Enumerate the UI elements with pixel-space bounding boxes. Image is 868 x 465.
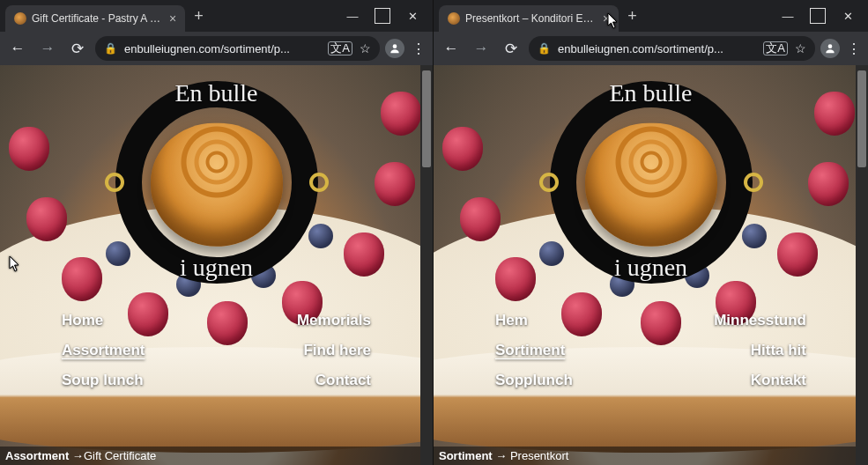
translate-icon[interactable]: 文A — [328, 41, 352, 55]
raspberry-icon — [26, 197, 67, 241]
maximize-icon[interactable] — [375, 8, 390, 24]
scrollbar-thumb[interactable] — [422, 70, 431, 167]
back-button[interactable]: ← — [5, 40, 30, 57]
nav-home[interactable]: Hem — [486, 312, 651, 329]
url-text: enbulleiugnen.com/sortiment/p... — [124, 42, 321, 55]
logo-text-top: En bulle — [115, 79, 318, 107]
raspberry-icon — [814, 92, 855, 136]
titlebar: Gift Certificate - Pastry A bun in t × +… — [0, 0, 433, 32]
lock-icon: 🔒 — [104, 42, 117, 55]
raspberry-icon — [62, 257, 102, 301]
titlebar: Presentkort – Konditori En bulle t × + ―… — [434, 0, 868, 32]
kebab-menu-icon[interactable]: ⋮ — [845, 41, 863, 57]
raspberry-icon — [381, 92, 421, 136]
raspberry-icon — [9, 127, 49, 171]
url-text: enbulleiugnen.com/sortiment/p... — [558, 42, 756, 55]
main-nav: Home Memorials Assortment Find here Soup… — [0, 312, 433, 389]
toolbar: ← → ⟳ 🔒 enbulleiugnen.com/sortiment/p...… — [434, 32, 868, 65]
favicon-icon — [448, 12, 460, 25]
nav-soup-lunch[interactable]: Sopplunch — [486, 372, 651, 389]
raspberry-icon — [442, 127, 483, 171]
nav-find-here[interactable]: Find here — [217, 342, 381, 359]
breadcrumb-current: Gift Certificate — [84, 449, 156, 462]
site-logo[interactable]: En bulle i ugnen — [115, 81, 318, 284]
minimize-icon[interactable]: ― — [780, 8, 796, 24]
close-window-icon[interactable]: ✕ — [840, 8, 856, 24]
raspberry-icon — [777, 232, 818, 277]
maximize-icon[interactable] — [810, 8, 826, 24]
nav-memorials[interactable]: Memorials — [217, 312, 381, 329]
raspberry-icon — [375, 162, 415, 206]
site-logo[interactable]: En bulle i ugnen — [550, 81, 753, 284]
forward-button: → — [35, 40, 60, 57]
nav-assortment[interactable]: Assortment — [53, 342, 217, 359]
browser-window-right: Presentkort – Konditori En bulle t × + ―… — [434, 0, 868, 465]
scrollbar-thumb[interactable] — [857, 70, 866, 167]
star-icon[interactable]: ☆ — [795, 41, 806, 55]
reload-button[interactable]: ⟳ — [65, 40, 90, 58]
close-tab-icon[interactable]: × — [603, 12, 610, 25]
main-nav: Hem Minnesstund Sortiment Hitta hit Sopp… — [434, 312, 868, 389]
forward-button: → — [469, 40, 493, 57]
nav-contact[interactable]: Contact — [217, 372, 381, 389]
vertical-scrollbar[interactable] — [856, 65, 868, 465]
vertical-scrollbar[interactable] — [420, 65, 433, 465]
browser-tab[interactable]: Presentkort – Konditori En bulle t × — [439, 5, 619, 32]
breadcrumb-parent[interactable]: Sortiment — [439, 449, 493, 462]
tab-title: Presentkort – Konditori En bulle t — [465, 12, 597, 25]
nav-find-here[interactable]: Hitta hit — [651, 342, 816, 359]
lock-icon: 🔒 — [538, 42, 551, 55]
nav-assortment[interactable]: Sortiment — [486, 342, 651, 359]
raspberry-icon — [344, 232, 384, 277]
tab-title: Gift Certificate - Pastry A bun in t — [32, 12, 164, 25]
raspberry-icon — [460, 197, 501, 241]
minimize-icon[interactable]: ― — [345, 8, 360, 24]
logo-text-bottom: i ugnen — [550, 254, 753, 282]
svg-point-1 — [828, 44, 833, 48]
breadcrumb-current: Presentkort — [510, 449, 568, 462]
page-viewport: En bulle i ugnen Home Memorials Assortme… — [0, 65, 433, 465]
close-window-icon[interactable]: ✕ — [404, 8, 420, 24]
address-bar[interactable]: 🔒 enbulleiugnen.com/sortiment/p... 文A ☆ — [529, 36, 815, 61]
back-button[interactable]: ← — [439, 40, 464, 57]
profile-avatar[interactable] — [385, 39, 404, 58]
nav-home[interactable]: Home — [53, 312, 217, 329]
kebab-menu-icon[interactable]: ⋮ — [410, 41, 427, 57]
nav-contact[interactable]: Kontakt — [651, 372, 816, 389]
svg-point-0 — [393, 44, 397, 48]
new-tab-button[interactable]: + — [619, 7, 646, 26]
address-bar[interactable]: 🔒 enbulleiugnen.com/sortiment/p... 文A ☆ — [95, 36, 380, 61]
logo-text-bottom: i ugnen — [115, 254, 318, 282]
raspberry-icon — [808, 162, 849, 206]
browser-tab[interactable]: Gift Certificate - Pastry A bun in t × — [5, 5, 185, 32]
browser-window-left: Gift Certificate - Pastry A bun in t × +… — [0, 0, 434, 465]
nav-soup-lunch[interactable]: Soup lunch — [53, 372, 217, 389]
raspberry-icon — [495, 257, 536, 301]
star-icon[interactable]: ☆ — [360, 41, 371, 55]
breadcrumb-parent[interactable]: Assortment — [5, 449, 69, 462]
breadcrumb: Assortment →Gift Certificate — [0, 447, 433, 465]
logo-text-top: En bulle — [550, 79, 753, 107]
reload-button[interactable]: ⟳ — [499, 40, 523, 58]
close-tab-icon[interactable]: × — [169, 12, 176, 25]
favicon-icon — [14, 12, 26, 25]
toolbar: ← → ⟳ 🔒 enbulleiugnen.com/sortiment/p...… — [0, 32, 433, 65]
nav-memorials[interactable]: Minnesstund — [651, 312, 816, 329]
translate-icon[interactable]: 文A — [763, 41, 788, 55]
profile-avatar[interactable] — [820, 39, 840, 58]
page-viewport: En bulle i ugnen Hem Minnesstund Sortime… — [434, 65, 868, 465]
breadcrumb: Sortiment → Presentkort — [434, 447, 868, 465]
new-tab-button[interactable]: + — [185, 7, 212, 26]
